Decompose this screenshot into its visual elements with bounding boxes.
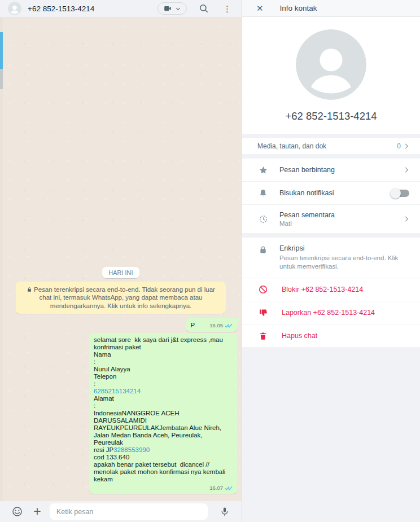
bubble-tail (237, 318, 241, 324)
left-scrollbar-thumb[interactable] (0, 32, 3, 69)
phone-number-link[interactable]: 6285215134214 (94, 388, 141, 394)
message-text: selamat sore kk saya dari j&t expreess ,… (94, 336, 233, 483)
encryption-notice-banner[interactable]: Pesan terenkripsi secara end-to-end. Tid… (16, 282, 226, 314)
info-panel-header: ✕ Info kontak (242, 0, 420, 17)
block-contact-row[interactable]: Blokir +62 852-1513-4214 (242, 278, 420, 301)
chat-contact-name[interactable]: +62 852-1513-4214 (28, 5, 158, 13)
section-gap (242, 233, 420, 238)
video-camera-icon (163, 5, 172, 12)
encryption-description: Pesan terenkripsi secara end-to-end. Kli… (279, 254, 403, 271)
chevron-right-icon (403, 215, 410, 223)
chat-header-actions: ⋮ (158, 2, 234, 15)
media-count-badge: 0 (397, 142, 401, 150)
lock-icon (27, 287, 32, 292)
lock-icon (259, 245, 268, 255)
outgoing-message[interactable]: selamat sore kk saya dari j&t expreess ,… (89, 333, 237, 494)
whatsapp-window: +62 852-1513-4214 ⋮ (0, 0, 420, 522)
message-meta: 16.07 (94, 484, 233, 492)
left-scrollbar-segment (0, 69, 3, 89)
voice-message-button[interactable] (217, 504, 233, 520)
delete-chat-row[interactable]: Hapus chat (242, 324, 420, 347)
message-text: P (191, 322, 195, 329)
attach-button[interactable]: + (29, 504, 45, 520)
message-segment: cod 133.640 apakah benar paket tersebut … (94, 454, 228, 482)
info-panel-body: +62 852-1513-4214 Media, tautan, dan dok… (242, 17, 420, 522)
message-segment: Alamat : IndonesiaNANGGROE ACEH DARUSSAL… (94, 395, 223, 453)
mute-notifications-row[interactable]: Bisukan notifikasi (242, 182, 420, 204)
contact-phone-number: +62 852-1513-4214 (285, 110, 377, 122)
thumbs-down-icon (259, 308, 268, 318)
trash-icon (259, 331, 268, 341)
person-placeholder-icon (8, 2, 21, 15)
chevron-right-icon (403, 142, 410, 150)
star-icon (259, 165, 268, 175)
panel-background-fill (242, 347, 420, 522)
media-row-label: Media, tautan, dan dok (257, 142, 397, 150)
search-icon (199, 3, 209, 14)
microphone-icon (220, 506, 230, 517)
media-links-docs-row[interactable]: Media, tautan, dan dok 0 (242, 138, 420, 154)
encryption-row[interactable]: Enkripsi Pesan terenkripsi secara end-to… (242, 238, 420, 278)
encryption-notice-text: Pesan terenkripsi secara end-to-end. Tid… (34, 286, 215, 309)
chevron-right-icon (403, 166, 410, 174)
date-divider-chip: HARI INI (102, 267, 139, 278)
outgoing-message[interactable]: P 16.05 (186, 318, 237, 332)
chat-header: +62 852-1513-4214 ⋮ (0, 0, 242, 17)
report-contact-row[interactable]: Laporkan +62 852-1513-4214 (242, 301, 420, 324)
message-composer: + (0, 501, 242, 522)
chevron-down-icon (175, 6, 181, 12)
emoji-button[interactable] (9, 504, 25, 520)
starred-messages-label: Pesan berbintang (279, 166, 403, 174)
report-contact-label: Laporkan +62 852-1513-4214 (282, 309, 410, 317)
message-segment: selamat sore kk saya dari j&t expreess ,… (94, 336, 225, 387)
info-panel-title: Info kontak (280, 4, 317, 12)
read-receipt-double-check-icon (225, 485, 233, 491)
chat-message-area: HARI INI Pesan terenkripsi secara end-to… (0, 17, 242, 501)
block-icon (258, 284, 268, 295)
toggle-knob (390, 188, 401, 199)
mute-notifications-label: Bisukan notifikasi (279, 189, 391, 197)
search-in-chat-button[interactable] (198, 3, 209, 14)
disappearing-messages-value: Mati (279, 220, 403, 227)
close-icon[interactable]: ✕ (256, 3, 264, 14)
read-receipt-double-check-icon (225, 323, 233, 328)
video-call-button[interactable] (158, 2, 187, 15)
starred-messages-row[interactable]: Pesan berbintang (242, 159, 420, 181)
profile-card: +62 852-1513-4214 (242, 17, 420, 134)
section-gap (242, 154, 420, 159)
disappearing-messages-row[interactable]: Pesan sementara Mati (242, 205, 420, 233)
plus-icon: + (33, 505, 41, 518)
disappearing-messages-label: Pesan sementara (279, 211, 403, 219)
smiley-icon (11, 506, 23, 517)
security-actions-card: Enkripsi Pesan terenkripsi secara end-to… (242, 238, 420, 347)
left-scrollbar-track (0, 17, 3, 501)
contact-avatar-large[interactable] (296, 29, 366, 100)
tracking-number-link[interactable]: 3288553990 (113, 446, 150, 453)
settings-card: Pesan berbintang Bisukan notifikasi (242, 159, 420, 233)
message-input[interactable] (50, 503, 208, 520)
block-contact-label: Blokir +62 852-1513-4214 (282, 286, 410, 293)
bell-icon (259, 188, 268, 198)
person-placeholder-icon (296, 29, 366, 100)
message-meta: 16.05 (209, 322, 233, 329)
chat-menu-button[interactable]: ⋮ (221, 5, 234, 13)
mute-toggle[interactable] (391, 190, 409, 197)
message-time: 16.05 (209, 322, 223, 329)
delete-chat-label: Hapus chat (282, 332, 410, 340)
contact-info-panel: ✕ Info kontak +62 852-1513-4214 Media, t… (242, 0, 420, 522)
timer-icon (259, 214, 268, 224)
section-gap (242, 134, 420, 138)
contact-avatar-small[interactable] (8, 2, 21, 15)
message-time: 16.07 (209, 484, 223, 492)
chat-panel: +62 852-1513-4214 ⋮ (0, 0, 242, 522)
encryption-title: Enkripsi (279, 244, 403, 252)
